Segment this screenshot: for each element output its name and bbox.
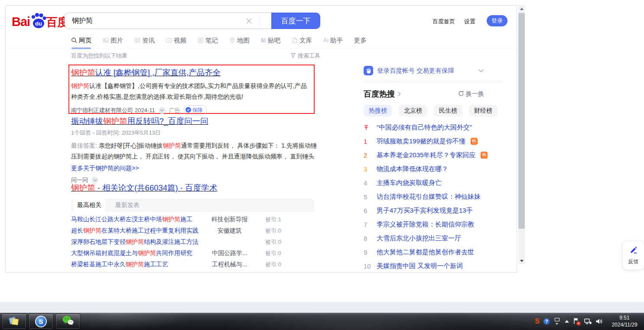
ad-result-description: 钢护简认准【鑫桦钢管】,公司拥有专业的技术团队,实力和产品质量获得业界的认可,产… xyxy=(71,81,310,102)
speaker-icon[interactable] xyxy=(595,318,602,324)
paper-title-link[interactable]: 马鞍山长江公路大桥左汊主桥中塔钢护简施工 xyxy=(71,216,205,223)
taskbar-clock[interactable]: 9:51 2024/11/29 xyxy=(608,314,641,328)
tab-newest[interactable]: 最新发表 xyxy=(115,201,140,209)
taskbar-sogou-browser-button[interactable]: S xyxy=(29,314,53,329)
image-icon xyxy=(103,37,109,43)
hot-badge: 热 xyxy=(481,152,488,159)
tab-most-relevant[interactable]: 最高相关 xyxy=(74,199,105,212)
pencil-icon xyxy=(629,246,638,256)
search-box xyxy=(65,13,271,29)
check-circle-icon xyxy=(185,107,191,114)
login-button[interactable]: 登录 xyxy=(487,15,507,26)
scholar-result-title[interactable]: 钢护简 - 相关论文(共66034篇) - 百度学术 xyxy=(71,183,217,193)
language-bar-icon[interactable] xyxy=(554,317,561,325)
paper-title-link[interactable]: 超长钢护简在某特大桥施工过程中重复利用实践 xyxy=(71,227,205,235)
desktop-strip xyxy=(0,302,644,313)
wechat-icon xyxy=(62,315,74,327)
search-input[interactable] xyxy=(65,13,271,29)
refresh-button[interactable]: 换一换 xyxy=(458,90,484,98)
ad-source-row: 南宁德利正建材有限公司 2024-11 广告 保障 xyxy=(71,105,309,115)
table-row: 桥梁桩基施工中永久钢护简施工工艺 工程机械与... 被引:0 xyxy=(71,259,315,270)
login-banner[interactable]: 登录百度帐号 交易更有保障 xyxy=(364,66,503,75)
logo-text-du: du xyxy=(35,20,42,27)
sidebar-divider xyxy=(364,82,503,82)
result-qa: 振动锤拔钢护简用反转吗?_百度问一问 1个回答 - 回答时间: 2023年5月1… xyxy=(71,116,319,184)
map-pin-icon xyxy=(229,37,235,43)
scroll-down-button[interactable] xyxy=(518,257,525,264)
action-center-flag-icon[interactable]: ✕ xyxy=(573,317,580,325)
link-settings[interactable]: 设置 xyxy=(464,18,475,26)
tab-maps[interactable]: 地图 xyxy=(229,36,250,45)
clear-icon[interactable] xyxy=(246,18,252,24)
funnel-icon xyxy=(290,52,296,59)
help-icon[interactable]: ? xyxy=(543,318,550,325)
tab-videos[interactable]: 视频 xyxy=(166,36,186,45)
hot-search-header: 百度热搜 换一换 xyxy=(364,89,503,99)
note-icon xyxy=(198,37,204,43)
result-dropdown-icon[interactable] xyxy=(159,107,166,114)
list-item[interactable]: 3 物流成本降低体现在哪？ xyxy=(364,162,503,176)
search-button[interactable]: 百度一下 xyxy=(271,13,320,29)
tab-tieba[interactable]: 贴 贴吧 xyxy=(261,36,280,45)
hot-search-title[interactable]: 百度热搜 xyxy=(364,89,395,99)
hot-search-list: “中国必须有自己特色的大国外交” 1 羽绒服敢卖199赌的就是你不懂 热 2 基… xyxy=(364,120,503,273)
journal-name: 安徽建筑 xyxy=(205,227,255,235)
chevron-down-icon[interactable] xyxy=(478,69,484,73)
baidu-logo[interactable]: Bai du 百度 xyxy=(12,13,68,29)
tab-assistant[interactable]: Ai 助手 xyxy=(323,36,343,45)
more-menu[interactable]: 更多 xyxy=(354,36,367,45)
hot-tab-beijing[interactable]: 北京榜 xyxy=(399,105,427,116)
tab-notes[interactable]: 笔记 xyxy=(198,36,218,45)
taskbar-wechat-button[interactable] xyxy=(55,314,80,329)
feedback-button[interactable]: 反馈 xyxy=(623,241,644,269)
input-divider xyxy=(260,17,260,26)
network-icon[interactable] xyxy=(584,318,592,325)
scroll-up-button[interactable] xyxy=(518,5,525,12)
tab-webpages[interactable]: 网页 xyxy=(71,36,91,45)
ad-result-title[interactable]: 钢护简认准 [鑫桦钢管] ,厂家直供,产品齐全 xyxy=(71,68,221,78)
baidu-paw-icon: du xyxy=(29,13,47,29)
journal-name: 中国公路学... xyxy=(205,249,255,257)
tieba-icon: 贴 xyxy=(261,37,266,44)
scholar-tabs: 最高相关 最新发表 xyxy=(71,199,315,212)
video-icon xyxy=(166,37,172,43)
list-item[interactable]: 2 基本养老金2035年耗尽？专家回应 热 xyxy=(364,148,503,162)
sogou-ime-icon[interactable]: S xyxy=(535,317,540,325)
list-item[interactable]: 6 男子47万买3手宾利发现竟是13手 xyxy=(364,204,503,217)
table-row: 马鞍山长江公路大桥左汊主桥中塔钢护简施工 科技创新导报 被引:1 xyxy=(71,214,315,225)
list-item[interactable]: 9 他大舅他二舅都是他舅创作者去世 xyxy=(364,245,503,259)
paper-title-link[interactable]: 桥梁桩基施工中永久钢护简施工工艺 xyxy=(71,261,205,269)
more-questions-link[interactable]: 更多关于钢护简的问题>> xyxy=(71,165,319,172)
qa-result-title[interactable]: 振动锤拔钢护简用反转吗?_百度问一问 xyxy=(71,116,208,126)
list-item[interactable]: 10 美媒指责中国 又发明一个新词 xyxy=(364,259,503,273)
show-hidden-icons-button[interactable] xyxy=(565,320,569,323)
system-tray: S ? ✕ xyxy=(535,313,602,330)
hot-tab-trending[interactable]: 热搜榜 xyxy=(364,105,392,116)
tab-images[interactable]: 图片 xyxy=(103,36,123,45)
list-item[interactable]: 5 访台清华校花引台媒赞叹：神仙妹妹 xyxy=(364,190,503,204)
files-icon xyxy=(9,316,20,327)
list-item[interactable]: 4 主播车内烧炭取暖身亡 xyxy=(364,176,503,190)
scrollbar-thumb[interactable] xyxy=(518,13,525,229)
list-item[interactable]: 8 大雪后东北小孩挖出三室一厅 xyxy=(364,231,503,245)
list-item[interactable]: 1 羽绒服敢卖199赌的就是你不懂 热 xyxy=(364,134,503,148)
list-item[interactable]: “中国必须有自己特色的大国外交” xyxy=(364,120,503,134)
tab-news[interactable]: 资讯 xyxy=(134,36,155,45)
scholar-table: 马鞍山长江公路大桥左汊主桥中塔钢护简施工 科技创新导报 被引:1 超长钢护简在某… xyxy=(71,214,315,270)
assurance-badge[interactable]: 保障 xyxy=(184,105,207,115)
chevron-right-icon[interactable] xyxy=(397,91,401,97)
hot-tab-livelihood[interactable]: 民生榜 xyxy=(434,105,462,116)
qa-meta: 1个回答 - 回答时间: 2023年5月13日 xyxy=(71,129,319,137)
link-baidu-home[interactable]: 百度首页 xyxy=(433,18,455,26)
right-sidebar: 登录百度帐号 交易更有保障 百度热搜 换一换 热搜榜 北京榜 民生榜 财经榜 xyxy=(364,66,503,273)
taskbar-buttons: S xyxy=(2,314,80,329)
tab-wenku[interactable]: 文库 xyxy=(292,36,312,45)
search-tools-button[interactable]: 搜索工具 xyxy=(290,52,320,60)
taskbar-files-button[interactable] xyxy=(2,314,26,329)
result-type-tabs: 网页 图片 资讯 视频 笔记 地图 贴 xyxy=(71,36,367,45)
list-item[interactable]: 7 李宗义被开除党籍：长期信仰宗教 xyxy=(364,217,503,231)
paper-title-link[interactable]: 深厚卵石地层下变径钢护简结构及灌注施工方法 xyxy=(71,238,205,246)
paper-title-link[interactable]: 大型钢吊箱封底混凝土与钢护简共同作用研究 xyxy=(71,249,205,257)
browser-page: Bai du 百度 百度一下 百度首页 设置 登录 xyxy=(5,5,517,273)
hot-tab-finance[interactable]: 财经榜 xyxy=(469,105,498,116)
